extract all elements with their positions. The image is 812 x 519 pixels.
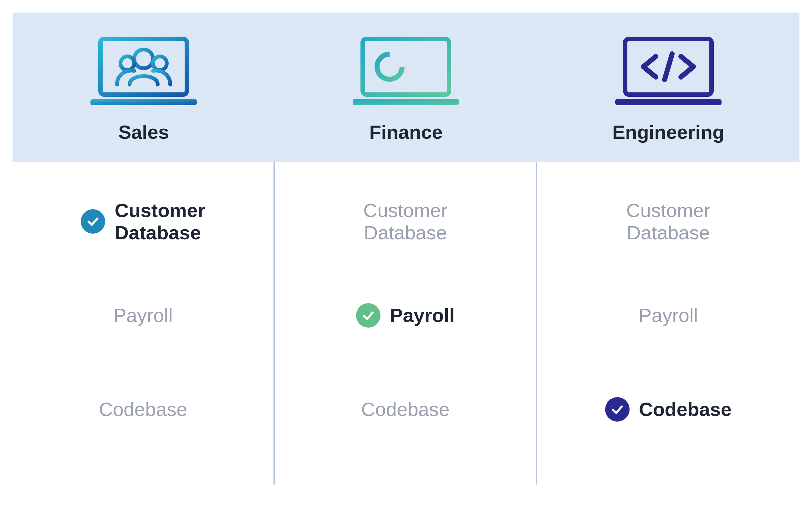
header-title: Sales (118, 121, 169, 143)
people-laptop-icon (87, 34, 200, 108)
body-grid: CustomerDatabase Payroll Codebase Custom… (12, 162, 800, 485)
access-label: Codebase (639, 398, 732, 420)
header-title: Finance (369, 121, 442, 143)
svg-rect-13 (615, 99, 722, 105)
access-label: Payroll (639, 304, 698, 326)
svg-line-14 (665, 54, 672, 80)
access-row: Payroll (287, 268, 523, 362)
access-label: CustomerDatabase (363, 199, 447, 244)
access-row: Payroll (550, 268, 787, 362)
header-cell-engineering: Engineering (537, 34, 800, 143)
access-matrix-diagram: Sales (12, 12, 800, 485)
check-icon (356, 303, 380, 328)
access-row: CustomerDatabase (25, 174, 261, 268)
svg-point-4 (153, 56, 167, 70)
svg-rect-6 (353, 99, 459, 105)
check-icon (81, 209, 105, 234)
access-label: Payroll (390, 304, 455, 326)
access-row: Codebase (287, 362, 523, 456)
access-label-text: CustomerDatabase (115, 199, 205, 244)
chart-laptop-icon (350, 34, 462, 108)
code-laptop-icon (612, 34, 725, 108)
access-label-text: CustomerDatabase (363, 199, 447, 243)
access-label: Codebase (361, 398, 450, 420)
access-row: Codebase (550, 362, 787, 456)
column-engineering: CustomerDatabase Payroll Codebase (537, 162, 800, 485)
header-cell-finance: Finance (275, 34, 537, 143)
check-icon (605, 397, 630, 421)
access-row: CustomerDatabase (550, 174, 787, 268)
access-row: Codebase (25, 362, 261, 456)
access-row: CustomerDatabase (287, 174, 523, 268)
column-finance: CustomerDatabase Payroll Codebase (275, 162, 537, 485)
access-label-text: CustomerDatabase (626, 199, 710, 243)
column-sales: CustomerDatabase Payroll Codebase (12, 162, 275, 485)
header-row: Sales (12, 12, 800, 162)
svg-point-3 (120, 56, 134, 70)
header-title: Engineering (612, 121, 724, 143)
access-row: Payroll (25, 268, 261, 362)
svg-point-2 (134, 50, 153, 68)
access-label: Payroll (113, 304, 173, 326)
svg-rect-1 (90, 99, 197, 105)
access-label: Codebase (99, 398, 187, 420)
access-label: CustomerDatabase (626, 199, 710, 244)
header-cell-sales: Sales (12, 34, 275, 143)
access-label: CustomerDatabase (115, 199, 205, 244)
